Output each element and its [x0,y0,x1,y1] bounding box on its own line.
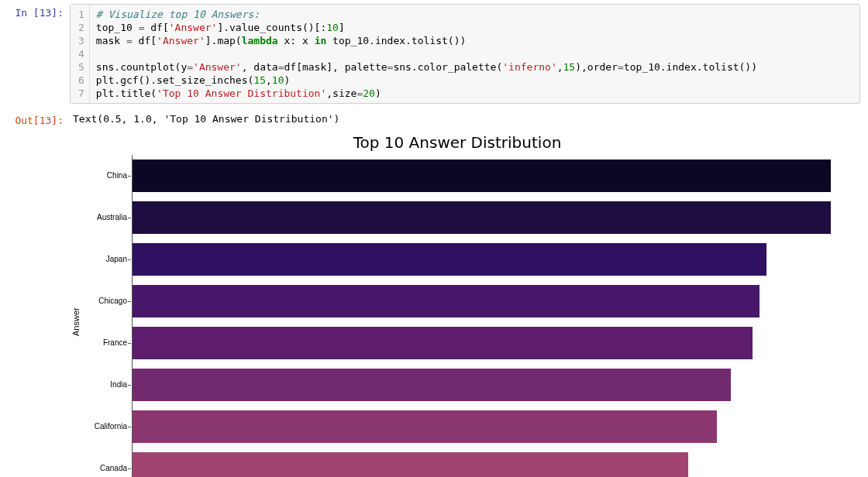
chart-bar [133,285,760,317]
code-token: 10 [326,22,339,33]
code-token: = [187,61,193,73]
code-token: plt.title( [96,88,157,99]
code-token: = [126,35,133,46]
lineno: 3 [78,34,84,47]
lineno: 4 [78,47,84,60]
chart-bar [133,452,688,477]
chart-category-label: California [81,406,127,448]
chart-bar-row [133,322,845,364]
code-token: 15 [253,74,266,86]
chart-category-label: China [81,155,127,197]
code-token: top_10 [96,22,139,33]
code-editor[interactable]: 1 2 3 4 5 6 7 # Visualize top 10 Answers… [70,4,860,104]
input-cell: In [13]: 1 2 3 4 5 6 7 # Visualize top 1… [0,0,868,108]
code-token: , [266,74,272,86]
code-token: 'Top 10 Answer Distribution' [157,88,326,99]
chart-bar-row [133,448,845,477]
chart-ylabel: Answer [70,167,81,477]
chart-category-label: France [81,322,127,364]
code-token: df[ [144,22,168,33]
code-token: plt.gcf().set_size_inches( [96,74,254,86]
lineno: 6 [78,74,84,87]
code-token: lambda [242,35,278,46]
output-text: Text(0.5, 1.0, 'Top 10 Answer Distributi… [70,112,868,129]
input-prompt: In [13]: [0,4,70,104]
code-token: df[ [133,35,157,46]
chart-plot-area [132,155,845,477]
lineno: 7 [78,87,84,100]
chart-bar-row [133,155,845,197]
code-token: ] [339,22,345,33]
code-token: df[mask], palette [284,61,387,73]
chart-y-categories: ChinaAustraliaJapanChicagoFranceIndiaCal… [81,155,132,477]
chart-bar-row [133,197,845,238]
code-token: 'inferno' [502,61,556,73]
code-token: ].map( [205,35,242,46]
output-prompt: Out[13]: [0,112,70,129]
chart-category-label: Australia [81,197,127,238]
code-token: ) [375,88,381,99]
chart-bar [133,369,731,401]
code-token: # Visualize top 10 Answers: [96,9,260,20]
lineno: 1 [78,8,84,21]
code-content[interactable]: # Visualize top 10 Answers: top_10 = df[… [90,5,859,103]
code-token: mask [96,35,126,46]
lineno: 5 [78,60,84,74]
code-token: sns.countplot(y [96,61,187,73]
code-token: ) [284,74,290,86]
chart-bar [133,160,831,192]
chart-output: Top 10 Answer Distribution Answer ChinaA… [70,133,845,477]
chart-bar-row [133,238,845,280]
code-token: ,size [326,88,356,99]
code-token: 'Answer' [157,35,205,46]
chart-bar [133,243,766,276]
chart-bar-row [133,280,845,322]
code-token: sns.color_palette( [393,61,502,73]
output-cell: Out[13]: Text(0.5, 1.0, 'Top 10 Answer D… [0,108,868,133]
code-token: , data [242,61,278,73]
chart-bar [133,201,831,234]
chart-bar [133,410,717,443]
line-gutter: 1 2 3 4 5 6 7 [71,5,90,103]
chart-title: Top 10 Answer Distribution [70,133,845,155]
code-token: x: x [278,35,315,46]
chart-body: Answer ChinaAustraliaJapanChicagoFranceI… [70,155,845,477]
chart-category-label: Japan [81,238,127,280]
lineno: 2 [78,21,84,34]
code-token: = [618,61,624,73]
chart-category-label: India [81,364,127,406]
code-token: ),order [575,61,618,73]
code-token: , [557,61,563,73]
code-token: top_10.index.tolist()) [624,61,757,73]
code-token: 'Answer' [193,61,242,73]
code-token: 10 [272,74,284,86]
code-token: 20 [363,88,375,99]
code-token: ].value_counts()[: [217,22,326,33]
code-token: top_10.index.tolist()) [326,35,466,46]
code-token: 'Answer' [169,22,218,33]
code-token: in [315,35,327,46]
chart-category-label: Chicago [81,280,127,322]
code-token: 15 [563,61,576,73]
chart-bar [133,327,753,359]
chart-bar-row [133,406,845,448]
chart-bar-row [133,364,845,406]
chart-category-label: Canada [81,448,127,477]
